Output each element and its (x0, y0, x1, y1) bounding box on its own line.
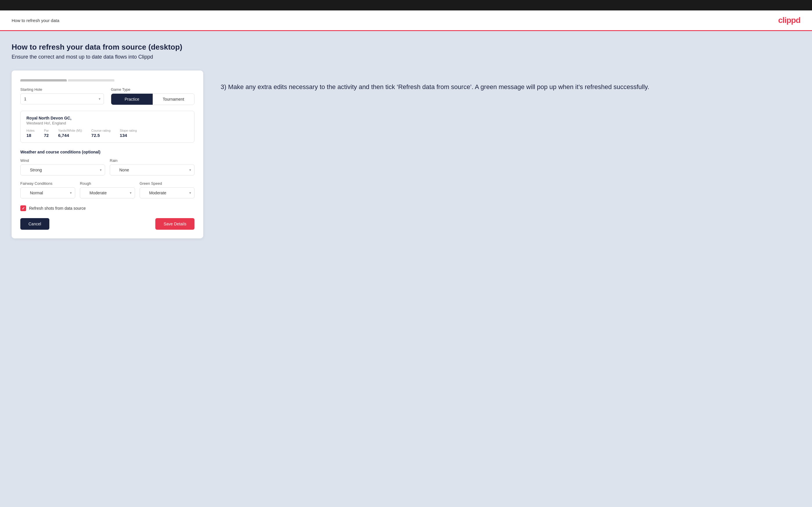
starting-hole-label: Starting Hole (20, 87, 104, 92)
wind-label: Wind (20, 158, 105, 163)
wind-group: Wind 💨 Strong ▾ (20, 158, 105, 175)
green-speed-label: Green Speed (140, 181, 195, 186)
content-area: Starting Hole 1 ▾ Game Type Practice Tou… (12, 70, 800, 238)
par-label: Par (44, 129, 49, 132)
course-rating-stat: Course rating 72.5 (92, 129, 111, 138)
save-details-button[interactable]: Save Details (155, 218, 195, 230)
page-subtitle: Ensure the correct and most up to date d… (12, 54, 800, 60)
top-bar (0, 0, 812, 10)
yards-label: Yards/White (M)) (58, 129, 82, 132)
tournament-button[interactable]: Tournament (153, 94, 194, 105)
conditions-row-1: Wind 💨 Strong ▾ Rain ☀ None (20, 158, 195, 175)
course-stats: Holes 18 Par 72 Yards/White (M)) 6,744 C… (27, 129, 189, 138)
wind-select-wrapper: 💨 Strong ▾ (20, 164, 105, 175)
refresh-checkbox[interactable]: ✓ (20, 205, 26, 211)
rain-group: Rain ☀ None ▾ (110, 158, 195, 175)
green-speed-group: Green Speed 🎯 Moderate ▾ (140, 181, 195, 199)
holes-stat: Holes 18 (27, 129, 35, 138)
game-type-buttons: Practice Tournament (111, 94, 195, 105)
header-title: How to refresh your data (12, 18, 59, 23)
holes-label: Holes (27, 129, 35, 132)
yards-value: 6,744 (58, 133, 82, 138)
rough-group: Rough 🌿 Moderate ▾ (80, 181, 135, 199)
slope-rating-stat: Slope rating 134 (120, 129, 137, 138)
par-stat: Par 72 (44, 129, 49, 138)
starting-hole-group: Starting Hole 1 ▾ (20, 87, 104, 105)
course-rating-label: Course rating (92, 129, 111, 132)
green-speed-select[interactable]: Moderate (140, 187, 195, 199)
rain-select-wrapper: ☀ None ▾ (110, 164, 195, 175)
practice-button[interactable]: Practice (111, 94, 153, 105)
page-title: How to refresh your data from source (de… (12, 43, 800, 52)
course-location: Westward Ho!, England (27, 121, 189, 125)
course-name: Royal North Devon GC, (27, 116, 189, 120)
fairway-select-wrapper: ⛳ Normal ▾ (20, 187, 75, 199)
course-rating-value: 72.5 (92, 133, 111, 138)
header: How to refresh your data clippd (0, 10, 812, 31)
game-type-group: Game Type Practice Tournament (111, 87, 195, 105)
tab-hint-2 (68, 79, 114, 81)
fairway-select[interactable]: Normal (20, 187, 75, 199)
conditions-row-2: Fairway Conditions ⛳ Normal ▾ Rough 🌿 (20, 181, 195, 199)
wind-select[interactable]: Strong (20, 164, 105, 175)
course-info-box: Royal North Devon GC, Westward Ho!, Engl… (20, 111, 195, 143)
rough-label: Rough (80, 181, 135, 186)
checkmark-icon: ✓ (22, 206, 25, 211)
yards-stat: Yards/White (M)) 6,744 (58, 129, 82, 138)
form-card: Starting Hole 1 ▾ Game Type Practice Tou… (12, 70, 203, 238)
rain-label: Rain (110, 158, 195, 163)
starting-hole-select-wrapper: 1 ▾ (20, 94, 104, 104)
side-description: 3) Make any extra edits necessary to the… (221, 82, 800, 92)
holes-value: 18 (27, 133, 35, 138)
refresh-checkbox-label: Refresh shots from data source (29, 206, 86, 211)
refresh-checkbox-row: ✓ Refresh shots from data source (20, 205, 195, 211)
tab-hint-1 (20, 79, 67, 81)
rough-select-wrapper: 🌿 Moderate ▾ (80, 187, 135, 199)
form-row-1: Starting Hole 1 ▾ Game Type Practice Tou… (20, 87, 195, 105)
rain-select[interactable]: None (110, 164, 195, 175)
green-speed-select-wrapper: 🎯 Moderate ▾ (140, 187, 195, 199)
rough-select[interactable]: Moderate (80, 187, 135, 199)
weather-section-title: Weather and course conditions (optional) (20, 150, 195, 154)
logo: clippd (778, 16, 800, 25)
slope-rating-label: Slope rating (120, 129, 137, 132)
main-content: How to refresh your data from source (de… (0, 31, 812, 507)
fairway-label: Fairway Conditions (20, 181, 75, 186)
game-type-label: Game Type (111, 87, 195, 92)
starting-hole-select[interactable]: 1 (20, 94, 104, 104)
side-text: 3) Make any extra edits necessary to the… (221, 70, 800, 92)
fairway-group: Fairway Conditions ⛳ Normal ▾ (20, 181, 75, 199)
cancel-button[interactable]: Cancel (20, 218, 49, 230)
button-row: Cancel Save Details (20, 218, 195, 230)
slope-rating-value: 134 (120, 133, 137, 138)
par-value: 72 (44, 133, 49, 138)
